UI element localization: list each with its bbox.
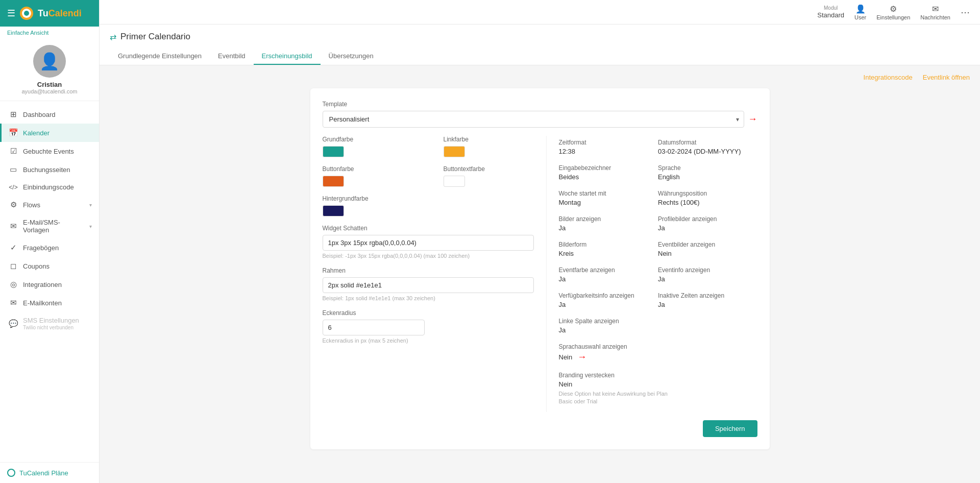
topbar-user[interactable]: 👤 User (854, 4, 866, 20)
page-header: ⇄ Primer Calendario Grundlegende Einstel… (100, 25, 980, 65)
eckenradius-input[interactable] (323, 320, 425, 335)
left-panel: Grundfarbe Linkfarbe (323, 136, 534, 412)
eventbilder-value: Nein (658, 250, 757, 257)
sprachauswahl-value: Nein (559, 353, 573, 361)
sidebar-bottom: TuCalendi Pläne (0, 462, 99, 483)
wahrungsposition-block: Währungsposition Rechts (100€) (658, 187, 757, 212)
sidebar-item-coupons[interactable]: ◻ Coupons (0, 257, 99, 275)
sidebar-item-label: Buchungsseiten (23, 166, 70, 174)
sidebar-item-fragebögen[interactable]: ✓ Fragebögen (0, 238, 99, 257)
settings-card: Template Personalisiert Standard Modern … (310, 88, 770, 449)
user-email: ayuda@tucalendi.com (7, 88, 92, 94)
linkfarbe-label: Linkfarbe (444, 136, 534, 143)
widget-schatten-label: Widget Schatten (323, 225, 534, 232)
calendar-icon: 📅 (9, 128, 18, 137)
tab-eventbild[interactable]: Eventbild (210, 48, 253, 65)
sidebar-item-einbindungscode[interactable]: </> Einbindungscode (0, 179, 99, 196)
buttontextfarbe-label: Buttontextfarbe (444, 165, 534, 173)
sidebar-item-sms: 💬 SMS Einstellungen Twilio nicht verbund… (0, 312, 99, 335)
mail-icon: ✉ (932, 4, 939, 14)
sidebar-item-label: Einbindungscode (23, 183, 74, 191)
buttontextfarbe-field: Buttontextfarbe (444, 165, 534, 187)
wahrungsposition-label: Währungsposition (658, 190, 757, 197)
buttonfarbe-label: Buttonfarbe (323, 165, 413, 173)
wahrungsposition-value: Rechts (100€) (658, 199, 757, 206)
plans-label: TuCalendi Pläne (19, 469, 68, 477)
save-button[interactable]: Speichern (703, 420, 757, 437)
tab-erscheinungsbild[interactable]: Erscheinungsbild (254, 48, 321, 65)
page-content: ⇄ Primer Calendario Grundlegende Einstel… (100, 25, 980, 483)
modul-value: Standard (817, 11, 844, 19)
buttonfarbe-swatch[interactable] (323, 176, 344, 187)
sidebar-header[interactable]: ☰ TuCalendi (0, 0, 99, 27)
logo-icon (19, 6, 34, 20)
sidebar-item-emailkonten[interactable]: ✉ E-Mailkonten (0, 294, 99, 312)
buttontextfarbe-swatch-row (444, 176, 534, 187)
eventlink-link[interactable]: Eventlink öffnen (923, 74, 970, 81)
plans-icon (7, 469, 15, 477)
buttontextfarbe-swatch[interactable] (444, 176, 465, 187)
sidebar-item-kalender[interactable]: 📅 Kalender (0, 124, 99, 142)
sidebar-item-email-sms[interactable]: ✉ E-Mail/SMS-Vorlagen ▾ (0, 214, 99, 238)
sidebar-item-flows[interactable]: ⚙ Flows ▾ (0, 196, 99, 214)
rahmen-input[interactable] (323, 277, 534, 293)
topbar: Modul Standard 👤 User ⚙ Einstellungen ✉ … (100, 0, 980, 25)
chevron-down-icon: ▾ (89, 202, 92, 208)
tab-grundlegende[interactable]: Grundlegende Einstellungen (110, 48, 210, 65)
template-label: Template (323, 101, 757, 108)
svg-point-2 (24, 11, 29, 16)
sidebar-item-sublabel: Twilio nicht verbunden (23, 325, 79, 330)
topbar-settings[interactable]: ⚙ Einstellungen (876, 4, 910, 20)
template-select[interactable]: Personalisiert Standard Modern (323, 111, 744, 128)
flows-icon: ⚙ (9, 200, 18, 209)
eingabebezeichner-label: Eingabebezeichner (559, 164, 658, 172)
linke-spalte-block: Linke Spalte anzeigen Ja (559, 315, 757, 340)
linkfarbe-field: Linkfarbe (444, 136, 534, 157)
red-arrow-template: → (748, 114, 757, 125)
tab-ubersetzungen[interactable]: Übersetzungen (321, 48, 382, 65)
sidebar-item-label: Fragebögen (23, 244, 59, 252)
widget-schatten-hint: Beispiel: -1px 3px 15px rgba(0,0,0,0.04)… (323, 253, 534, 259)
grundfarbe-swatch[interactable] (323, 146, 344, 157)
linkfarbe-swatch[interactable] (444, 146, 465, 157)
sidebar-item-dashboard[interactable]: ⊞ Dashboard (0, 105, 99, 124)
sprachauswahl-label: Sprachauswahl anzeigen (559, 343, 757, 350)
topbar-messages[interactable]: ✉ Nachrichten (920, 4, 950, 20)
sidebar-item-integrationen[interactable]: ◎ Integrationen (0, 275, 99, 294)
grundfarbe-label: Grundfarbe (323, 136, 413, 143)
einfache-ansicht-link[interactable]: Einfache Ansicht (0, 27, 99, 39)
linkfarbe-swatch-row (444, 146, 534, 157)
sidebar-item-label: E-Mail/SMS-Vorlagen (23, 219, 84, 234)
rahmen-label: Rahmen (323, 267, 534, 274)
modul-label: Modul (824, 5, 838, 11)
sidebar-item-buchungsseiten[interactable]: ▭ Buchungsseiten (0, 160, 99, 179)
eventfarbe-block: Eventfarbe anzeigen Ja (559, 263, 658, 289)
integrationscode-link[interactable]: Integrationscode (864, 74, 913, 81)
linke-spalte-value: Ja (559, 326, 757, 334)
settings-label: Einstellungen (876, 14, 910, 20)
hintergrundfarbe-swatch[interactable] (323, 205, 344, 216)
bilder-block: Bilder anzeigen Ja (559, 212, 658, 238)
woche-label: Woche startet mit (559, 190, 658, 197)
bilder-value: Ja (559, 224, 658, 232)
datumsformat-value: 03-02-2024 (DD-MM-YYYY) (658, 148, 757, 155)
info-grid: Zeitformat 12:38 Datumsformat 03-02-2024… (559, 136, 757, 412)
topbar-modul[interactable]: Modul Standard (817, 5, 844, 19)
more-icon[interactable]: ⋯ (961, 7, 970, 18)
hamburger-icon[interactable]: ☰ (7, 8, 15, 19)
hintergrundfarbe-label: Hintergrundfarbe (323, 195, 534, 202)
integrations-icon: ◎ (9, 280, 18, 289)
inaktive-label: Inaktive Zeiten anzeigen (658, 292, 757, 299)
page-icon: ▭ (9, 165, 18, 174)
eingabebezeichner-value: Beides (559, 173, 658, 181)
widget-schatten-input[interactable] (323, 235, 534, 251)
content-area: Integrationscode Eventlink öffnen Templa… (100, 65, 980, 457)
plans-link[interactable]: TuCalendi Pläne (7, 469, 92, 477)
sidebar-item-gebuchte-events[interactable]: ☑ Gebuchte Events (0, 142, 99, 160)
datumsformat-label: Datumsformat (658, 139, 757, 146)
profilebilder-label: Profilebilder anzeigen (658, 215, 757, 223)
eventinfo-value: Ja (658, 275, 757, 283)
verfugbarkeit-label: Verfügbarkeitsinfo anzeigen (559, 292, 658, 299)
bilderform-label: Bilderform (559, 241, 658, 248)
user-name: Cristian (7, 81, 92, 88)
